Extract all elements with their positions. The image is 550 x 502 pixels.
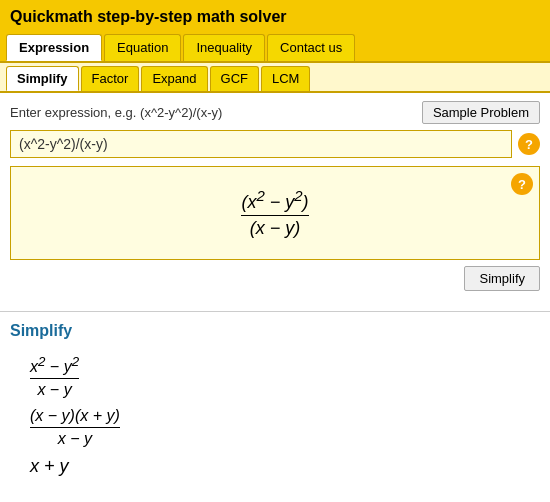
subtab-factor[interactable]: Factor xyxy=(81,66,140,91)
help-button-1[interactable]: ? xyxy=(518,133,540,155)
subtab-gcf[interactable]: GCF xyxy=(210,66,259,91)
step-2: (x − y)(x + y) x − y xyxy=(30,407,540,448)
step-1-denominator: x − y xyxy=(30,381,79,399)
main-content: Enter expression, e.g. (x^2-y^2)/(x-y) S… xyxy=(0,91,550,305)
step-2-numerator: (x − y)(x + y) xyxy=(30,407,120,428)
tab-equation[interactable]: Equation xyxy=(104,34,181,61)
final-result: x + y xyxy=(30,456,540,477)
step-2-denominator: x − y xyxy=(30,430,120,448)
help-button-2[interactable]: ? xyxy=(511,173,533,195)
step-1-numerator: x2 − y2 xyxy=(30,354,79,379)
sample-problem-button[interactable]: Sample Problem xyxy=(422,101,540,124)
step-1-fraction: x2 − y2 x − y xyxy=(30,354,79,399)
simplify-row: Simplify xyxy=(10,266,540,291)
subtab-simplify[interactable]: Simplify xyxy=(6,66,79,91)
preview-math: (x2 − y2) (x − y) xyxy=(241,187,308,239)
subtab-lcm[interactable]: LCM xyxy=(261,66,310,91)
input-area: ? xyxy=(10,130,540,158)
tab-contact[interactable]: Contact us xyxy=(267,34,355,61)
expression-input[interactable] xyxy=(10,130,512,158)
preview-denominator: (x − y) xyxy=(241,218,308,239)
tab-inequality[interactable]: Inequality xyxy=(183,34,265,61)
step-2-fraction: (x − y)(x + y) x − y xyxy=(30,407,120,448)
app-title: Quickmath step-by-step math solver xyxy=(0,0,550,32)
preview-box: ? (x2 − y2) (x − y) xyxy=(10,166,540,260)
step-1: x2 − y2 x − y xyxy=(30,354,540,399)
expression-row: Enter expression, e.g. (x^2-y^2)/(x-y) S… xyxy=(10,101,540,124)
section-divider xyxy=(0,311,550,312)
subtab-expand[interactable]: Expand xyxy=(141,66,207,91)
simplify-button[interactable]: Simplify xyxy=(464,266,540,291)
result-steps: x2 − y2 x − y (x − y)(x + y) x − y x + y xyxy=(10,354,540,477)
main-tab-row: Expression Equation Inequality Contact u… xyxy=(0,32,550,61)
expression-label: Enter expression, e.g. (x^2-y^2)/(x-y) xyxy=(10,105,222,120)
preview-numerator: (x2 − y2) xyxy=(241,187,308,216)
tab-expression[interactable]: Expression xyxy=(6,34,102,61)
sub-tab-row: Simplify Factor Expand GCF LCM xyxy=(0,61,550,91)
result-section: Simplify x2 − y2 x − y (x − y)(x + y) x … xyxy=(0,322,550,477)
result-title: Simplify xyxy=(10,322,540,340)
